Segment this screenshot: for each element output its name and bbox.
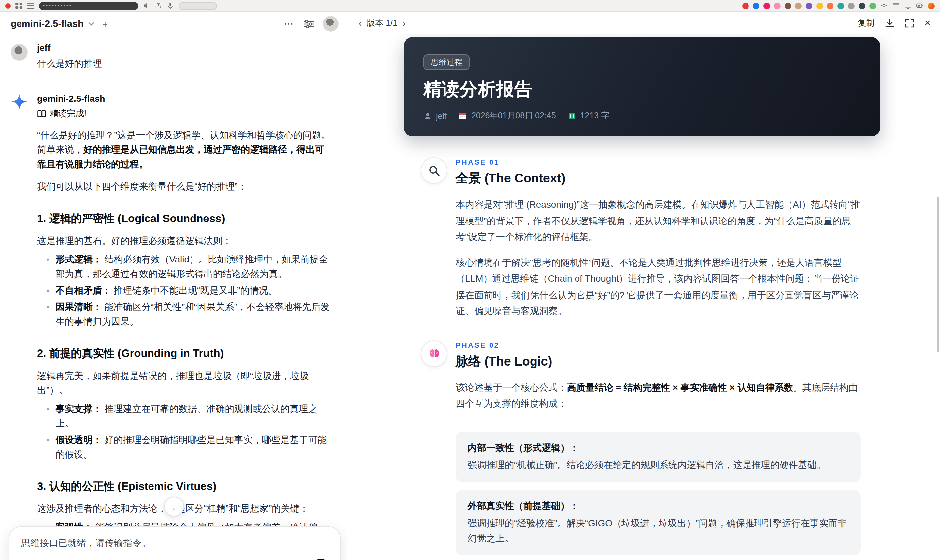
- extension-favicon-icon[interactable]: [827, 2, 834, 9]
- phase-label: PHASE 02: [456, 340, 861, 349]
- phase-title: 脉络 (The Logic): [456, 353, 861, 370]
- preview-toolbar: ‹ 版本 1/1 › 复制 ×: [347, 12, 940, 34]
- phase-section-context: PHASE 01 全景 (The Context) 本内容是对“推理 (Reas…: [421, 157, 861, 319]
- message-composer[interactable]: 思维接口已就绪，请传输指令。 +: [9, 526, 341, 560]
- bullet-item: 因果清晰： 能准确区分“相关性”和“因果关系”，不会轻率地将先后发生的事情归为因…: [46, 300, 332, 329]
- extension-favicon-icon[interactable]: [816, 2, 823, 9]
- search-field[interactable]: [179, 2, 217, 9]
- gemini-logo-icon: [11, 94, 28, 111]
- speaker-icon[interactable]: [143, 3, 150, 9]
- extension-favicon-icon[interactable]: [763, 2, 770, 9]
- extension-favicon-icon[interactable]: [795, 2, 802, 9]
- bullet-item: 事实支撑： 推理建立在可靠的数据、准确的观测或公认的真理之上。: [46, 402, 332, 431]
- report-hero-card: 思维过程 精读分析报告 jeff 2026年01月08日 02:45: [404, 37, 880, 136]
- chat-header: gemini-2.5-flash + ⋯: [0, 12, 347, 36]
- report-word-count: 1213 字: [568, 111, 610, 122]
- phase-section-logic: PHASE 02 脉络 (The Logic) 该论述基于一个核心公式：高质量结…: [421, 340, 861, 560]
- brain-icon-badge: [421, 340, 447, 367]
- section-heading: 2. 前提的真实性 (Grounding in Truth): [37, 346, 332, 360]
- extension-favicon-icon[interactable]: [837, 2, 844, 9]
- share-icon[interactable]: [155, 3, 162, 9]
- brain-icon: [428, 347, 440, 360]
- active-tab[interactable]: ••••••••••: [39, 2, 138, 9]
- recording-indicator-icon: [5, 3, 11, 8]
- composer-placeholder[interactable]: 思维接口已就绪，请传输指令。: [21, 536, 330, 549]
- formula-paragraph: 该论述基于一个核心公式：高质量结论 = 结构完整性 × 事实准确性 × 认知自律…: [456, 379, 861, 412]
- bullet-item: 形式逻辑： 结构必须有效（Valid）。比如演绎推理中，如果前提全部为真，那么通…: [46, 252, 332, 281]
- magnifier-icon: [428, 164, 440, 177]
- display-icon[interactable]: [904, 3, 912, 9]
- extension-favicon-icon[interactable]: [753, 2, 760, 9]
- phase-label: PHASE 01: [456, 157, 861, 167]
- report-title: 精读分析报告: [423, 78, 861, 100]
- settings-sliders-icon[interactable]: [304, 20, 314, 28]
- lead-paragraph: 我们可以从以下四个维度来衡量什么是“好的推理”：: [37, 179, 332, 194]
- section-desc: 逻辑再完美，如果前提是错误的，推理也是垃圾（即“垃圾进，垃圾出”）。: [37, 368, 332, 397]
- screen: •••••••••• gemin: [0, 0, 940, 560]
- new-chat-button[interactable]: +: [102, 18, 108, 29]
- model-selector[interactable]: gemini-2.5-flash: [11, 18, 84, 29]
- section-desc: 这涉及推理者的心态和方法论，也是区分“杠精”和“思想家”的关键：: [37, 501, 332, 516]
- extension-favicon-icon[interactable]: [742, 2, 749, 9]
- extension-favicon-icon[interactable]: [784, 2, 791, 9]
- app-window: gemini-2.5-flash + ⋯ jeff 什么是好的推理: [0, 12, 940, 560]
- extension-favicon-icon[interactable]: [774, 2, 781, 9]
- tab-overview-icon[interactable]: [15, 3, 23, 9]
- assistant-message: gemini-2.5-flash 精读完成! “什么是好的推理？”这是一个涉及逻…: [11, 93, 332, 560]
- browser-toolbar: ••••••••••: [0, 0, 940, 12]
- next-version-button[interactable]: ›: [402, 18, 405, 28]
- phase-paragraph: 核心情境在于解决“思考的随机性”问题。不论是人类通过批判性思维进行决策，还是大语…: [456, 254, 861, 319]
- more-options-button[interactable]: ⋯: [284, 18, 294, 30]
- assistant-message-body: “什么是好的推理？”这是一个涉及逻辑学、认知科学和哲学核心的问题。简单来说，好的…: [37, 128, 332, 560]
- copy-button[interactable]: 复制: [858, 17, 874, 29]
- composer-toolbar: +: [21, 558, 330, 560]
- avatar: [11, 44, 28, 61]
- window-icon[interactable]: [892, 3, 900, 9]
- user-avatar[interactable]: [323, 16, 339, 32]
- menu-icon[interactable]: [27, 3, 34, 9]
- calendar-icon: [459, 112, 467, 120]
- assistant-status-text: 精读完成!: [49, 108, 86, 120]
- voice-input-button[interactable]: [312, 558, 330, 560]
- extension-favicon-icon[interactable]: [806, 2, 812, 9]
- prev-version-button[interactable]: ‹: [359, 18, 362, 28]
- settings-icon[interactable]: [880, 3, 888, 9]
- assistant-name: gemini-2.5-flash: [37, 93, 332, 105]
- dimension-card: 内部一致性（形式逻辑）： 强调推理的“机械正确”。结论必须在给定的规则系统内逻辑…: [456, 431, 861, 482]
- report-meta: jeff 2026年01月08日 02:45 1213 字: [423, 111, 861, 122]
- bullet-list: 事实支撑： 推理建立在可靠的数据、准确的观测或公认的真理之上。 假设透明： 好的…: [37, 402, 332, 462]
- extension-favicon-icon[interactable]: [858, 2, 865, 9]
- bullet-list: 形式逻辑： 结构必须有效（Valid）。比如演绎推理中，如果前提全部为真，那么通…: [37, 252, 332, 329]
- extension-favicon-icon[interactable]: [928, 2, 935, 9]
- extension-favicon-icon[interactable]: [869, 2, 876, 9]
- user-message-text: 什么是好的推理: [37, 56, 332, 71]
- window-scrollbar[interactable]: [937, 197, 939, 352]
- report-document[interactable]: 思维过程 精读分析报告 jeff 2026年01月08日 02:45: [347, 34, 940, 560]
- report-author: jeff: [423, 111, 447, 121]
- section-heading: 3. 认知的公正性 (Epistemic Virtues): [37, 478, 332, 493]
- section-desc: 这是推理的基石。好的推理必须遵循逻辑法则：: [37, 233, 332, 248]
- scroll-to-bottom-button[interactable]: ↓: [164, 497, 184, 516]
- mic-icon[interactable]: [167, 3, 174, 9]
- bullet-item: 不自相矛盾： 推理链条中不能出现“既是又非”的情况。: [46, 283, 332, 297]
- chat-message-list[interactable]: jeff 什么是好的推理 gemini-2.5-flash 精读完成!: [0, 36, 347, 560]
- user-name: jeff: [37, 42, 332, 54]
- phase-paragraph: 本内容是对“推理 (Reasoning)”这一抽象概念的高层建模。在知识爆炸与人…: [456, 196, 861, 245]
- chevron-down-icon[interactable]: [88, 20, 96, 28]
- version-label: 版本 1/1: [367, 17, 397, 29]
- assistant-status: 精读完成!: [37, 108, 332, 120]
- artifact-preview-panel: ‹ 版本 1/1 › 复制 × 思维过程 精读分析报告: [347, 12, 940, 560]
- extension-favicons: [742, 2, 876, 9]
- close-icon[interactable]: ×: [925, 18, 931, 28]
- magnifier-icon-badge: [421, 157, 447, 184]
- section-heading: 1. 逻辑的严密性 (Logical Soundness): [37, 211, 332, 225]
- extension-favicon-icon[interactable]: [848, 2, 855, 9]
- counter-icon: [568, 112, 576, 120]
- dimension-card: 外部真实性（前提基础）： 强调推理的“经验校准”。解决“GIGO（垃圾进，垃圾出…: [456, 489, 861, 555]
- chat-panel: gemini-2.5-flash + ⋯ jeff 什么是好的推理: [0, 12, 347, 560]
- person-icon: [423, 112, 432, 120]
- report-badge: 思维过程: [423, 54, 470, 70]
- battery-icon[interactable]: [916, 3, 923, 9]
- download-icon[interactable]: [885, 18, 894, 28]
- fullscreen-icon[interactable]: [905, 18, 914, 28]
